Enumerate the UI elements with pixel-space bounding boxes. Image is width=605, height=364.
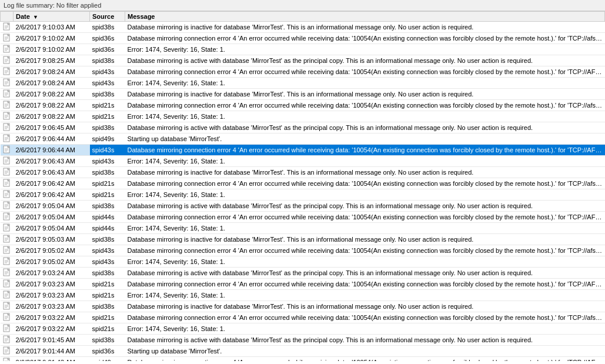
log-table-container[interactable]: Date ▼ Source Message 2/6/2017 9:10:03 A… [0,11,605,361]
source-column-header[interactable]: Source [90,12,125,22]
row-message: Database mirroring is active with databa… [125,122,605,133]
row-date: 2/6/2017 9:05:02 AM [14,256,90,268]
row-source: spid36s [90,44,125,55]
table-row[interactable]: 2/6/2017 9:05:02 AMspid43sDatabase mirro… [1,245,605,256]
table-row[interactable]: 2/6/2017 9:10:03 AMspid38sDatabase mirro… [1,22,605,33]
table-row[interactable]: 2/6/2017 9:08:22 AMspid21sDatabase mirro… [1,100,605,111]
row-date: 2/6/2017 9:05:03 AM [14,234,90,245]
row-message: Database mirroring is inactive for datab… [125,234,605,245]
table-row[interactable]: 2/6/2017 9:08:24 AMspid43sDatabase mirro… [1,66,605,78]
row-icon [1,156,14,167]
table-row[interactable]: 2/6/2017 9:06:44 AMspid43sDatabase mirro… [1,145,605,156]
row-icon [1,201,14,212]
row-message: Error: 1474, Severity: 16, State: 1. [125,156,605,167]
row-message: Database mirroring is inactive for datab… [125,22,605,33]
table-row[interactable]: 2/6/2017 9:10:02 AMspid36sDatabase mirro… [1,33,605,44]
table-row[interactable]: 2/6/2017 9:03:23 AMspid38sDatabase mirro… [1,301,605,312]
table-row[interactable]: 2/6/2017 9:10:02 AMspid36sError: 1474, S… [1,44,605,55]
table-row[interactable]: 2/6/2017 9:03:23 AMspid21sDatabase mirro… [1,279,605,290]
table-row[interactable]: 2/6/2017 9:08:22 AMspid21sError: 1474, S… [1,111,605,122]
row-message: Database mirroring is inactive for datab… [125,167,605,178]
row-date: 2/6/2017 9:03:24 AM [14,268,90,279]
table-row[interactable]: 2/6/2017 9:06:43 AMspid38sDatabase mirro… [1,167,605,178]
row-message: Error: 1474, Severity: 16, State: 1. [125,323,605,335]
row-message: Database mirroring is active with databa… [125,268,605,279]
row-date: 2/6/2017 9:10:03 AM [14,22,90,33]
row-date: 2/6/2017 9:06:43 AM [14,156,90,167]
row-date: 2/6/2017 9:05:04 AM [14,201,90,212]
table-row[interactable]: 2/6/2017 9:03:22 AMspid21sError: 1474, S… [1,323,605,335]
row-date: 2/6/2017 9:06:44 AM [14,133,90,145]
row-icon [1,223,14,234]
table-row[interactable]: 2/6/2017 9:01:43 AMspid49sDatabase mirro… [1,357,605,362]
row-message: Database mirroring is inactive for datab… [125,89,605,100]
row-source: spid43s [90,156,125,167]
row-message: Database mirroring connection error 4 'A… [125,178,605,189]
row-message: Database mirroring is active with databa… [125,335,605,346]
row-source: spid43s [90,78,125,89]
row-date: 2/6/2017 9:05:04 AM [14,212,90,223]
table-row[interactable]: 2/6/2017 9:01:44 AMspid36sStarting up da… [1,346,605,357]
row-date: 2/6/2017 9:05:02 AM [14,245,90,256]
row-message: Database mirroring connection error 4 'A… [125,357,605,362]
row-icon [1,66,14,78]
row-source: spid38s [90,268,125,279]
row-message: Database mirroring connection error 4 'A… [125,279,605,290]
table-row[interactable]: 2/6/2017 9:03:22 AMspid21sDatabase mirro… [1,312,605,323]
date-column-header[interactable]: Date ▼ [14,12,90,22]
row-message: Error: 1474, Severity: 16, State: 1. [125,223,605,234]
row-icon [1,167,14,178]
row-date: 2/6/2017 9:08:22 AM [14,100,90,111]
row-source: spid38s [90,55,125,66]
row-icon [1,78,14,89]
table-row[interactable]: 2/6/2017 9:05:04 AMspid44sDatabase mirro… [1,212,605,223]
row-icon [1,245,14,256]
table-row[interactable]: 2/6/2017 9:06:42 AMspid21sError: 1474, S… [1,189,605,201]
row-icon [1,279,14,290]
table-row[interactable]: 2/6/2017 9:05:03 AMspid38sDatabase mirro… [1,234,605,245]
table-row[interactable]: 2/6/2017 9:06:43 AMspid43sError: 1474, S… [1,156,605,167]
row-icon [1,22,14,33]
row-date: 2/6/2017 9:03:23 AM [14,279,90,290]
row-date: 2/6/2017 9:08:22 AM [14,111,90,122]
table-row[interactable]: 2/6/2017 9:05:04 AMspid38sDatabase mirro… [1,201,605,212]
table-row[interactable]: 2/6/2017 9:05:04 AMspid44sError: 1474, S… [1,223,605,234]
table-row[interactable]: 2/6/2017 9:08:24 AMspid43sError: 1474, S… [1,78,605,89]
row-source: spid38s [90,335,125,346]
row-message: Error: 1474, Severity: 16, State: 1. [125,111,605,122]
row-icon [1,44,14,55]
row-icon [1,268,14,279]
row-source: spid43s [90,66,125,78]
header-text: Log file summary: No filter applied [4,2,101,9]
row-message: Database mirroring connection error 4 'A… [125,212,605,223]
row-date: 2/6/2017 9:06:44 AM [14,145,90,156]
row-message: Database mirroring is active with databa… [125,55,605,66]
row-date: 2/6/2017 9:03:23 AM [14,290,90,301]
table-row[interactable]: 2/6/2017 9:03:23 AMspid21sError: 1474, S… [1,290,605,301]
row-source: spid38s [90,301,125,312]
row-icon [1,33,14,44]
row-message: Database mirroring connection error 4 'A… [125,312,605,323]
table-row[interactable]: 2/6/2017 9:06:45 AMspid38sDatabase mirro… [1,122,605,133]
table-row[interactable]: 2/6/2017 9:01:45 AMspid38sDatabase mirro… [1,335,605,346]
row-source: spid21s [90,100,125,111]
row-source: spid36s [90,346,125,357]
row-icon [1,100,14,111]
row-date: 2/6/2017 9:06:43 AM [14,167,90,178]
row-source: spid38s [90,234,125,245]
message-column-header[interactable]: Message [125,12,605,22]
row-date: 2/6/2017 9:06:42 AM [14,178,90,189]
table-row[interactable]: 2/6/2017 9:08:22 AMspid38sDatabase mirro… [1,89,605,100]
table-row[interactable]: 2/6/2017 9:03:24 AMspid38sDatabase mirro… [1,268,605,279]
row-date: 2/6/2017 9:08:25 AM [14,55,90,66]
row-source: spid44s [90,223,125,234]
row-message: Error: 1474, Severity: 16, State: 1. [125,290,605,301]
table-row[interactable]: 2/6/2017 9:08:25 AMspid38sDatabase mirro… [1,55,605,66]
row-message: Error: 1474, Severity: 16, State: 1. [125,256,605,268]
table-row[interactable]: 2/6/2017 9:05:02 AMspid43sError: 1474, S… [1,256,605,268]
table-row[interactable]: 2/6/2017 9:06:44 AMspid49sStarting up da… [1,133,605,145]
row-source: spid43s [90,145,125,156]
row-source: spid21s [90,189,125,201]
row-source: spid21s [90,111,125,122]
table-row[interactable]: 2/6/2017 9:06:42 AMspid21sDatabase mirro… [1,178,605,189]
